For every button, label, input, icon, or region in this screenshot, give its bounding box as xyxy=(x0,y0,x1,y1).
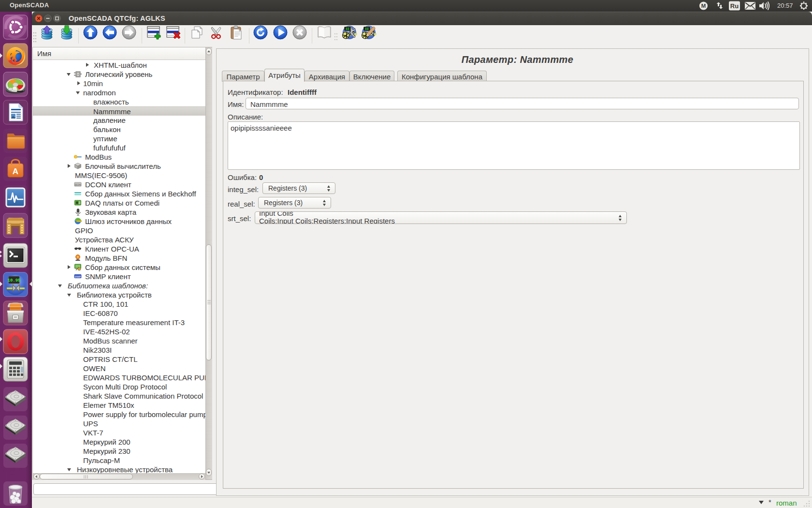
svg-text:10.95: 10.95 xyxy=(7,278,20,283)
svg-text:M: M xyxy=(701,3,706,9)
svg-text:88: 88 xyxy=(346,28,349,31)
svg-text:A: A xyxy=(13,167,18,176)
svg-text:88: 88 xyxy=(365,28,369,31)
svg-text:Ru: Ru xyxy=(730,2,739,10)
